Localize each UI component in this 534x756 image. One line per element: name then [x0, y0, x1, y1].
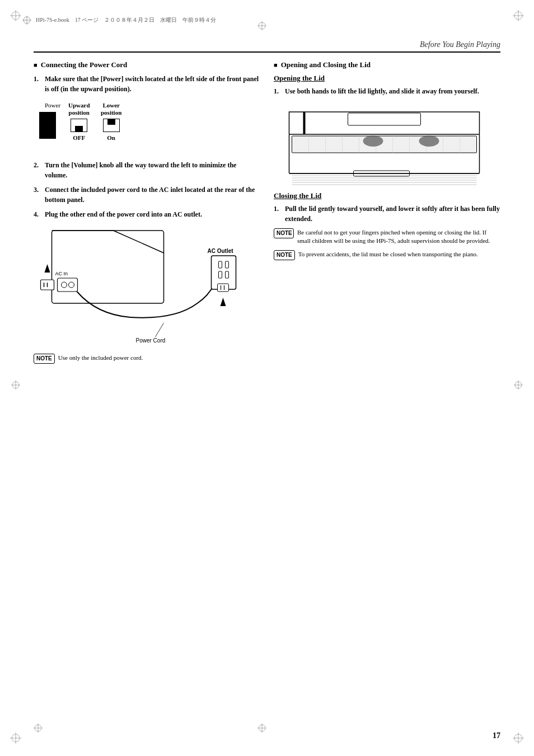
step-3-text: Connect the included power cord to the A… [45, 185, 260, 205]
step-2: 2. Turn the [Volume] knob all the way to… [34, 160, 260, 180]
closing-step-num: 1. [274, 204, 283, 224]
step-2-text: Turn the [Volume] knob all the way towar… [45, 160, 260, 180]
svg-rect-15 [52, 231, 164, 303]
note-text-1: Use only the included power cord. [58, 354, 143, 362]
svg-line-17 [114, 231, 164, 253]
title-rule [34, 51, 500, 53]
top-center-mark [257, 21, 266, 32]
upward-label: Upwardposition [68, 102, 90, 116]
closing-step-1: 1. Pull the lid gently toward yourself, … [274, 204, 500, 224]
lid-svg [274, 101, 500, 187]
svg-rect-27 [219, 261, 222, 268]
svg-point-53 [419, 135, 439, 147]
page-number: 17 [493, 731, 500, 740]
note-badge-right-1: NOTE [274, 228, 294, 238]
svg-rect-32 [218, 284, 229, 292]
svg-rect-39 [303, 112, 306, 134]
note-badge-right-2: NOTE [274, 250, 295, 260]
lid-open-diagram [274, 101, 500, 185]
bottom-center-mark-2 [257, 724, 266, 735]
opening-step-text: Use both hands to lift the lid lightly, … [285, 86, 500, 96]
power-label: Power [45, 102, 60, 109]
svg-rect-30 [226, 271, 229, 278]
note-lid-2: NOTE To prevent accidents, the lid must … [274, 250, 500, 260]
header-reg-mark [22, 16, 31, 25]
opening-heading: Opening the Lid [274, 74, 500, 83]
lower-position-group: Lowerposition On [101, 102, 121, 141]
header-file-info: HPi-7S-e.book 17 ページ ２００８年４月２日 水曜日 午前９時４… [22, 16, 512, 25]
reg-mark-top-right [513, 10, 524, 24]
step-4-text: Plug the other end of the power cord int… [45, 209, 260, 219]
lower-label: Lowerposition [101, 102, 121, 116]
step-4-num: 4. [34, 209, 43, 219]
reg-mark-bottom-right [513, 732, 524, 746]
note-power-cord: NOTE Use only the included power cord. [34, 354, 260, 364]
opening-step-1: 1. Use both hands to lift the lid lightl… [274, 86, 500, 96]
right-section-heading: Opening and Closing the Lid [274, 60, 500, 69]
power-cord-svg: AC In AC Outlet [34, 225, 260, 348]
right-column: Opening and Closing the Lid Opening the … [274, 56, 500, 722]
svg-marker-35 [221, 298, 226, 306]
note-lid-1: NOTE Be careful not to get your fingers … [274, 228, 500, 246]
note-text-right-1: Be careful not to get your fingers pinch… [297, 228, 500, 246]
svg-rect-29 [219, 271, 222, 278]
power-cord-diagram: AC In AC Outlet [34, 225, 260, 348]
content-area: Connecting the Power Cord 1. Make sure t… [34, 56, 500, 722]
svg-rect-41 [292, 136, 477, 153]
upward-position-group: Upwardposition OFF [68, 102, 90, 141]
left-section-heading: Connecting the Power Cord [34, 60, 260, 69]
svg-rect-40 [348, 113, 421, 125]
upward-sublabel: OFF [68, 134, 90, 141]
step-1-text: Make sure that the [Power] switch locate… [45, 74, 260, 94]
svg-line-37 [156, 323, 164, 337]
left-column: Connecting the Power Cord 1. Make sure t… [34, 56, 260, 722]
reg-mark-top-left [10, 10, 21, 24]
step-2-num: 2. [34, 160, 43, 180]
right-mid-mark [514, 381, 523, 392]
closing-step-text: Pull the lid gently toward yourself, and… [285, 204, 500, 224]
reg-mark-bottom-left [10, 732, 21, 746]
svg-text:AC In: AC In [55, 271, 68, 276]
opening-step-num: 1. [274, 86, 283, 96]
svg-rect-28 [226, 261, 229, 268]
svg-rect-18 [58, 278, 78, 292]
lower-sublabel: On [101, 134, 121, 141]
step-4: 4. Plug the other end of the power cord … [34, 209, 260, 219]
step-1: 1. Make sure that the [Power] switch loc… [34, 74, 260, 94]
step-3: 3. Connect the included power cord to th… [34, 185, 260, 205]
closing-heading: Closing the Lid [274, 191, 500, 200]
svg-point-52 [363, 135, 383, 147]
page-title: Before You Begin Playing [420, 40, 500, 49]
bottom-center-mark [34, 724, 43, 735]
power-switch-diagram: Power Upwardposition OFF Lowerposition O… [39, 102, 260, 152]
svg-text:Power Cord: Power Cord [136, 337, 166, 344]
power-switch-graphic [39, 112, 56, 139]
svg-text:AC Outlet: AC Outlet [208, 248, 234, 254]
step-1-num: 1. [34, 74, 43, 94]
left-mid-mark [11, 381, 20, 392]
step-3-num: 3. [34, 185, 43, 205]
note-badge-1: NOTE [34, 354, 55, 364]
svg-marker-25 [45, 264, 50, 273]
note-text-right-2: To prevent accidents, the lid must be cl… [298, 250, 478, 259]
